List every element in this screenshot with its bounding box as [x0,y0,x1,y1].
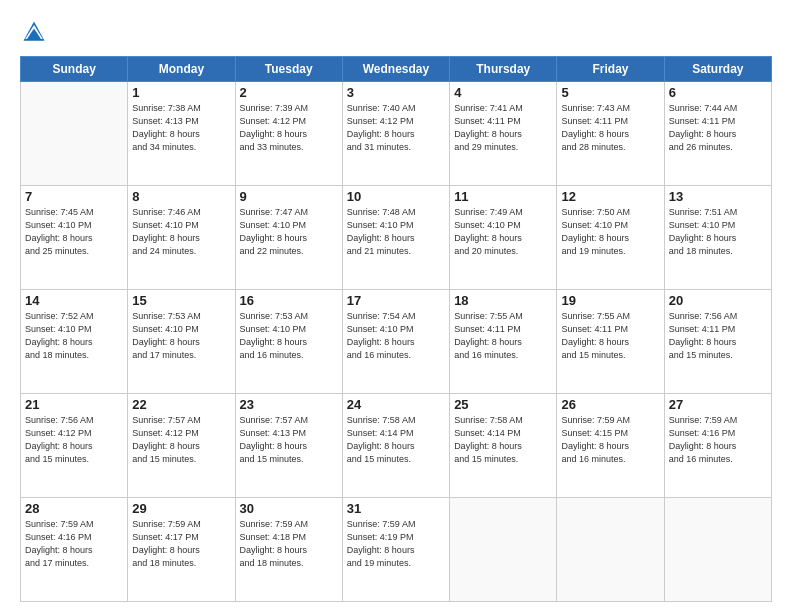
day-cell: 2Sunrise: 7:39 AMSunset: 4:12 PMDaylight… [235,82,342,186]
day-cell: 1Sunrise: 7:38 AMSunset: 4:13 PMDaylight… [128,82,235,186]
day-cell: 13Sunrise: 7:51 AMSunset: 4:10 PMDayligh… [664,186,771,290]
day-info: Sunrise: 7:53 AMSunset: 4:10 PMDaylight:… [240,310,338,362]
day-number: 20 [669,293,767,308]
day-cell: 9Sunrise: 7:47 AMSunset: 4:10 PMDaylight… [235,186,342,290]
day-info: Sunrise: 7:57 AMSunset: 4:13 PMDaylight:… [240,414,338,466]
day-cell [21,82,128,186]
day-number: 28 [25,501,123,516]
day-info: Sunrise: 7:56 AMSunset: 4:11 PMDaylight:… [669,310,767,362]
day-number: 8 [132,189,230,204]
day-info: Sunrise: 7:45 AMSunset: 4:10 PMDaylight:… [25,206,123,258]
day-cell: 5Sunrise: 7:43 AMSunset: 4:11 PMDaylight… [557,82,664,186]
day-cell: 10Sunrise: 7:48 AMSunset: 4:10 PMDayligh… [342,186,449,290]
day-info: Sunrise: 7:59 AMSunset: 4:16 PMDaylight:… [25,518,123,570]
day-cell: 19Sunrise: 7:55 AMSunset: 4:11 PMDayligh… [557,290,664,394]
day-info: Sunrise: 7:59 AMSunset: 4:18 PMDaylight:… [240,518,338,570]
day-info: Sunrise: 7:41 AMSunset: 4:11 PMDaylight:… [454,102,552,154]
day-cell: 29Sunrise: 7:59 AMSunset: 4:17 PMDayligh… [128,498,235,602]
day-number: 2 [240,85,338,100]
day-number: 21 [25,397,123,412]
day-number: 26 [561,397,659,412]
logo-icon [20,18,48,46]
day-info: Sunrise: 7:43 AMSunset: 4:11 PMDaylight:… [561,102,659,154]
header-cell-tuesday: Tuesday [235,57,342,82]
day-cell: 22Sunrise: 7:57 AMSunset: 4:12 PMDayligh… [128,394,235,498]
day-number: 3 [347,85,445,100]
header-cell-thursday: Thursday [450,57,557,82]
day-number: 14 [25,293,123,308]
header-row: SundayMondayTuesdayWednesdayThursdayFrid… [21,57,772,82]
day-cell: 21Sunrise: 7:56 AMSunset: 4:12 PMDayligh… [21,394,128,498]
header-cell-saturday: Saturday [664,57,771,82]
day-cell: 17Sunrise: 7:54 AMSunset: 4:10 PMDayligh… [342,290,449,394]
day-number: 9 [240,189,338,204]
day-info: Sunrise: 7:47 AMSunset: 4:10 PMDaylight:… [240,206,338,258]
day-cell: 4Sunrise: 7:41 AMSunset: 4:11 PMDaylight… [450,82,557,186]
header-cell-friday: Friday [557,57,664,82]
day-info: Sunrise: 7:56 AMSunset: 4:12 PMDaylight:… [25,414,123,466]
header-cell-sunday: Sunday [21,57,128,82]
day-number: 15 [132,293,230,308]
day-number: 16 [240,293,338,308]
week-row-2: 14Sunrise: 7:52 AMSunset: 4:10 PMDayligh… [21,290,772,394]
calendar-table: SundayMondayTuesdayWednesdayThursdayFrid… [20,56,772,602]
day-number: 27 [669,397,767,412]
day-info: Sunrise: 7:59 AMSunset: 4:19 PMDaylight:… [347,518,445,570]
header-cell-monday: Monday [128,57,235,82]
day-cell: 23Sunrise: 7:57 AMSunset: 4:13 PMDayligh… [235,394,342,498]
day-cell: 30Sunrise: 7:59 AMSunset: 4:18 PMDayligh… [235,498,342,602]
day-cell: 6Sunrise: 7:44 AMSunset: 4:11 PMDaylight… [664,82,771,186]
day-info: Sunrise: 7:55 AMSunset: 4:11 PMDaylight:… [561,310,659,362]
day-cell: 20Sunrise: 7:56 AMSunset: 4:11 PMDayligh… [664,290,771,394]
week-row-4: 28Sunrise: 7:59 AMSunset: 4:16 PMDayligh… [21,498,772,602]
day-cell: 12Sunrise: 7:50 AMSunset: 4:10 PMDayligh… [557,186,664,290]
day-number: 13 [669,189,767,204]
day-info: Sunrise: 7:52 AMSunset: 4:10 PMDaylight:… [25,310,123,362]
day-number: 17 [347,293,445,308]
day-number: 11 [454,189,552,204]
header [20,18,772,46]
day-cell: 7Sunrise: 7:45 AMSunset: 4:10 PMDaylight… [21,186,128,290]
day-number: 19 [561,293,659,308]
day-info: Sunrise: 7:59 AMSunset: 4:15 PMDaylight:… [561,414,659,466]
day-info: Sunrise: 7:51 AMSunset: 4:10 PMDaylight:… [669,206,767,258]
week-row-3: 21Sunrise: 7:56 AMSunset: 4:12 PMDayligh… [21,394,772,498]
day-info: Sunrise: 7:38 AMSunset: 4:13 PMDaylight:… [132,102,230,154]
day-number: 31 [347,501,445,516]
day-cell: 18Sunrise: 7:55 AMSunset: 4:11 PMDayligh… [450,290,557,394]
day-cell: 26Sunrise: 7:59 AMSunset: 4:15 PMDayligh… [557,394,664,498]
day-number: 24 [347,397,445,412]
calendar-header: SundayMondayTuesdayWednesdayThursdayFrid… [21,57,772,82]
day-cell: 11Sunrise: 7:49 AMSunset: 4:10 PMDayligh… [450,186,557,290]
header-cell-wednesday: Wednesday [342,57,449,82]
day-number: 23 [240,397,338,412]
day-info: Sunrise: 7:59 AMSunset: 4:17 PMDaylight:… [132,518,230,570]
day-info: Sunrise: 7:58 AMSunset: 4:14 PMDaylight:… [347,414,445,466]
day-cell: 14Sunrise: 7:52 AMSunset: 4:10 PMDayligh… [21,290,128,394]
day-number: 4 [454,85,552,100]
day-number: 10 [347,189,445,204]
day-info: Sunrise: 7:44 AMSunset: 4:11 PMDaylight:… [669,102,767,154]
day-number: 18 [454,293,552,308]
day-info: Sunrise: 7:48 AMSunset: 4:10 PMDaylight:… [347,206,445,258]
day-cell: 15Sunrise: 7:53 AMSunset: 4:10 PMDayligh… [128,290,235,394]
day-number: 1 [132,85,230,100]
day-number: 5 [561,85,659,100]
day-info: Sunrise: 7:40 AMSunset: 4:12 PMDaylight:… [347,102,445,154]
day-info: Sunrise: 7:50 AMSunset: 4:10 PMDaylight:… [561,206,659,258]
day-cell: 8Sunrise: 7:46 AMSunset: 4:10 PMDaylight… [128,186,235,290]
day-info: Sunrise: 7:39 AMSunset: 4:12 PMDaylight:… [240,102,338,154]
day-cell [664,498,771,602]
day-number: 29 [132,501,230,516]
day-number: 22 [132,397,230,412]
day-info: Sunrise: 7:58 AMSunset: 4:14 PMDaylight:… [454,414,552,466]
week-row-1: 7Sunrise: 7:45 AMSunset: 4:10 PMDaylight… [21,186,772,290]
day-info: Sunrise: 7:54 AMSunset: 4:10 PMDaylight:… [347,310,445,362]
day-cell [557,498,664,602]
day-cell: 25Sunrise: 7:58 AMSunset: 4:14 PMDayligh… [450,394,557,498]
day-number: 12 [561,189,659,204]
day-cell [450,498,557,602]
page: SundayMondayTuesdayWednesdayThursdayFrid… [0,0,792,612]
day-info: Sunrise: 7:46 AMSunset: 4:10 PMDaylight:… [132,206,230,258]
day-number: 25 [454,397,552,412]
